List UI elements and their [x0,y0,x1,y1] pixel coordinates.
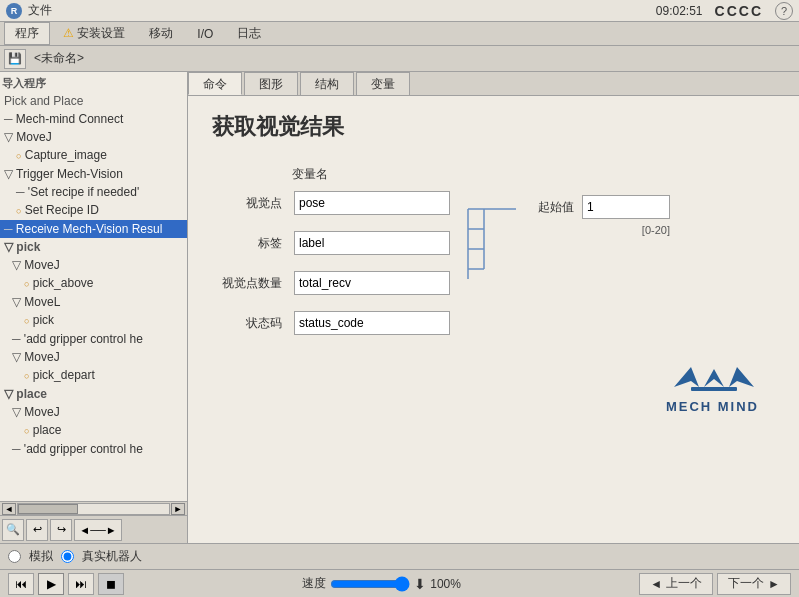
content-area: 获取视觉结果 变量名 视觉点 标签 视觉点数量 [188,96,799,543]
scrollbar-thumb[interactable] [18,504,78,514]
tree-place-node[interactable]: ○ place [0,421,187,440]
form-and-connector: 视觉点 标签 视觉点数量 状态码 [212,191,775,335]
simulate-radio[interactable] [8,550,21,563]
tree-pick-above[interactable]: ○ pick_above [0,274,187,293]
nav-prev-button[interactable]: ◄──► [74,519,122,541]
form-row-total-recv: 视觉点数量 [212,271,450,295]
tree-movej-2[interactable]: ▽ MoveJ [0,256,187,274]
tree-gripper-2[interactable]: ─ 'add gripper control he [0,440,187,458]
next-button[interactable]: 下一个 ► [717,573,791,595]
app-logo: R [6,3,22,19]
start-value-area: 起始值 [0-20] [538,195,670,237]
menu-bar: 程序 ⚠ ⚠ 安装设置 安装设置 移动 I/O 日志 [0,22,799,46]
toolbar: 💾 <未命名> [0,46,799,72]
tree-gripper-1[interactable]: ─ 'add gripper control he [0,330,187,348]
start-value-label: 起始值 [538,199,574,216]
tree-movel[interactable]: ▽ MoveL [0,293,187,311]
title-left: R 文件 [6,2,52,19]
bottom-bar: 模拟 真实机器人 [0,543,799,569]
left-toolbar: 🔍 ↩ ↪ ◄──► [0,515,187,543]
tree-pick-node[interactable]: ○ pick [0,311,187,330]
start-value-row: 起始值 [538,195,670,219]
tree-trigger[interactable]: ▽ Trigger Mech-Vision [0,165,187,183]
tree-movej-1[interactable]: ▽ MoveJ [0,128,187,146]
menu-move[interactable]: 移动 [138,22,184,45]
scrollbar-track [17,503,170,515]
stop-button[interactable]: ◼ [98,573,124,595]
undo-button[interactable]: ↩ [26,519,48,541]
tree-place-section[interactable]: ▽ place [0,385,187,403]
field-label-total-recv: 视觉点数量 [212,275,282,292]
logo-area: MECH MIND [212,359,775,414]
tree-mech-connect[interactable]: ─ Mech-mind Connect [0,110,187,128]
tab-command[interactable]: 命令 [188,72,242,95]
tab-structure[interactable]: 结构 [300,72,354,95]
tree-movej-place[interactable]: ▽ MoveJ [0,403,187,421]
menu-program[interactable]: 程序 [4,22,50,45]
tree-pick[interactable]: ▽ pick [0,238,187,256]
playback-controls: ⏮ ▶ ⏭ ◼ [8,573,124,595]
skip-back-button[interactable]: ⏮ [8,573,34,595]
logo-svg [669,359,759,399]
speed-slider[interactable] [330,576,410,592]
real-robot-radio[interactable] [61,550,74,563]
speed-value: 100% [430,577,461,591]
playback-bar: ⏮ ▶ ⏭ ◼ 速度 ⬇ 100% ◄ 上一个 下一个 ► [0,569,799,597]
scroll-right-btn[interactable]: ► [171,503,185,515]
right-panel: 命令 图形 结构 变量 获取视觉结果 变量名 视觉点 标签 [188,72,799,543]
search-button[interactable]: 🔍 [2,519,24,541]
field-label-label: 标签 [212,235,282,252]
field-input-total-recv[interactable] [294,271,450,295]
nav-buttons: ◄ 上一个 下一个 ► [639,573,791,595]
speed-label: 速度 [302,575,326,592]
start-value-input[interactable] [582,195,670,219]
tree-view: 导入程序 Pick and Place ─ Mech-mind Connect … [0,72,187,501]
h-scrollbar[interactable]: ◄ ► [0,501,187,515]
field-label-pose: 视觉点 [212,195,282,212]
tree-capture[interactable]: ○ Capture_image [0,146,187,165]
real-robot-label: 真实机器人 [82,548,142,565]
svg-marker-8 [674,367,699,387]
scroll-left-btn[interactable]: ◄ [2,503,16,515]
tree-receive-vision[interactable]: ─ Receive Mech-Vision Resul [0,220,187,238]
file-name: <未命名> [30,50,88,67]
speed-area: 速度 ⬇ 100% [302,575,461,592]
next-icon: ► [768,577,780,591]
connector-area [466,199,526,292]
tab-variable[interactable]: 变量 [356,72,410,95]
tree-pick-depart[interactable]: ○ pick_depart [0,366,187,385]
tree-set-recipe-if[interactable]: ─ 'Set recipe if needed' [0,183,187,201]
field-input-pose[interactable] [294,191,450,215]
menu-io[interactable]: I/O [186,24,224,44]
menu-install[interactable]: ⚠ ⚠ 安装设置 安装设置 [52,22,136,45]
menu-log[interactable]: 日志 [226,22,272,45]
clock: 09:02:51 [656,4,703,18]
field-label-status-code: 状态码 [212,315,282,332]
main-area: 导入程序 Pick and Place ─ Mech-mind Connect … [0,72,799,543]
redo-button[interactable]: ↪ [50,519,72,541]
field-input-status-code[interactable] [294,311,450,335]
svg-marker-10 [704,369,724,387]
next-label: 下一个 [728,575,764,592]
play-button[interactable]: ▶ [38,573,64,595]
prev-button[interactable]: ◄ 上一个 [639,573,713,595]
form-section: 视觉点 标签 视觉点数量 状态码 [212,191,450,335]
field-input-label[interactable] [294,231,450,255]
simulate-label: 模拟 [29,548,53,565]
tree-subtitle: Pick and Place [0,92,187,110]
prev-label: 上一个 [666,575,702,592]
title-bar: R 文件 09:02:51 CCCC ? [0,0,799,22]
tree-movej-3[interactable]: ▽ MoveJ [0,348,187,366]
tab-graph[interactable]: 图形 [244,72,298,95]
form-row-status-code: 状态码 [212,311,450,335]
tree-set-recipe-id[interactable]: ○ Set Recipe ID [0,201,187,220]
page-title: 获取视觉结果 [212,112,775,142]
save-button[interactable]: 💾 [4,49,26,69]
skip-forward-button[interactable]: ⏭ [68,573,94,595]
connection-id: CCCC [715,3,763,19]
var-label: 变量名 [292,167,328,181]
tab-bar: 命令 图形 结构 变量 [188,72,799,96]
range-label: [0-20] [642,224,670,236]
help-button[interactable]: ? [775,2,793,20]
title-right: 09:02:51 CCCC ? [656,2,793,20]
